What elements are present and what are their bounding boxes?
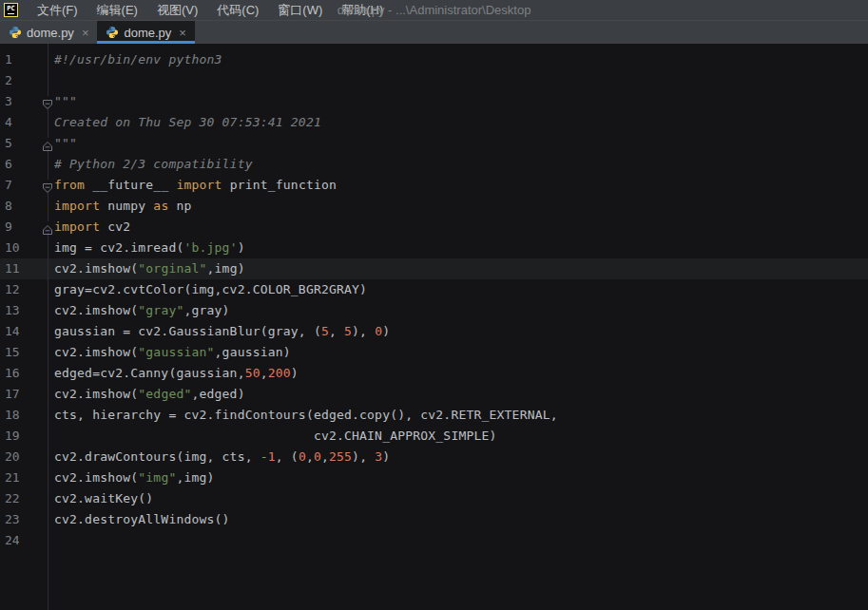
- code-line[interactable]: 6# Python 2/3 compatibility: [0, 154, 868, 175]
- code-text[interactable]: gaussian = cv2.GaussianBlur(gray, (5, 5)…: [48, 321, 868, 342]
- code-text[interactable]: import cv2: [48, 217, 868, 238]
- line-number[interactable]: 3: [0, 91, 48, 112]
- menu-file[interactable]: 文件(F): [28, 0, 87, 20]
- line-number[interactable]: 24: [0, 530, 48, 551]
- line-number[interactable]: 13: [0, 300, 48, 321]
- menu-view[interactable]: 视图(V): [147, 0, 207, 20]
- tab-close-icon[interactable]: ×: [82, 27, 89, 39]
- fold-down-icon[interactable]: [42, 96, 53, 107]
- tab-close-icon[interactable]: ×: [179, 27, 186, 39]
- code-text[interactable]: from __future__ import print_function: [48, 175, 868, 196]
- code-text[interactable]: """: [48, 91, 868, 112]
- code-line[interactable]: 1#!/usr/bin/env python3: [0, 49, 868, 70]
- code-text[interactable]: cv2.destroyAllWindows(): [48, 509, 868, 530]
- code-line[interactable]: 21cv2.imshow("img",img): [0, 467, 868, 488]
- code-token-num: 0: [299, 449, 306, 464]
- line-number[interactable]: 5: [0, 133, 48, 154]
- code-line[interactable]: 3""": [0, 91, 868, 112]
- code-line[interactable]: 13cv2.imshow("gray",gray): [0, 300, 868, 321]
- code-line[interactable]: 12gray=cv2.cvtColor(img,cv2.COLOR_BGR2GR…: [0, 279, 868, 300]
- code-line[interactable]: 7from __future__ import print_function: [0, 175, 868, 196]
- line-number[interactable]: 20: [0, 447, 48, 467]
- code-line[interactable]: 18cts, hierarchy = cv2.findContours(edge…: [0, 405, 868, 426]
- code-line[interactable]: 14gaussian = cv2.GaussianBlur(gray, (5, …: [0, 321, 868, 342]
- code-line[interactable]: 11cv2.imshow("orginal",img): [0, 258, 868, 279]
- code-token-code: gaussian = cv2.GaussianBlur(gray, (: [54, 324, 321, 338]
- code-text[interactable]: cv2.imshow("edged",edged): [48, 384, 868, 405]
- code-token-code: ,: [321, 449, 329, 464]
- code-line[interactable]: 8import numpy as np: [0, 196, 868, 217]
- code-token-num: 0: [375, 324, 382, 338]
- line-number[interactable]: 14: [0, 321, 48, 342]
- line-number[interactable]: 21: [0, 467, 48, 488]
- line-number[interactable]: 16: [0, 363, 48, 384]
- line-number[interactable]: 7: [0, 175, 48, 196]
- code-line[interactable]: 2: [0, 70, 868, 91]
- code-text[interactable]: cv2.imshow("orginal",img): [48, 258, 868, 279]
- code-token-num: 5: [321, 324, 329, 338]
- code-token-code: ,: [306, 449, 314, 464]
- code-token-code: ): [382, 324, 390, 338]
- code-line[interactable]: 15cv2.imshow("gaussian",gaussian): [0, 342, 868, 363]
- code-token-code: , (: [276, 449, 299, 464]
- code-text[interactable]: cv2.drawContours(img, cts, -1, (0,0,255)…: [48, 447, 868, 467]
- line-number[interactable]: 12: [0, 279, 48, 300]
- code-text[interactable]: gray=cv2.cvtColor(img,cv2.COLOR_BGR2GRAY…: [48, 279, 868, 300]
- fold-up-icon[interactable]: [42, 221, 53, 233]
- code-line[interactable]: 24: [0, 530, 868, 551]
- code-text[interactable]: """: [48, 133, 868, 154]
- code-text[interactable]: cv2.imshow("gray",gray): [48, 300, 868, 321]
- line-number[interactable]: 17: [0, 384, 48, 405]
- fold-up-icon[interactable]: [42, 138, 53, 149]
- line-number[interactable]: 9: [0, 217, 48, 238]
- line-number[interactable]: 23: [0, 509, 48, 530]
- code-line[interactable]: 22cv2.waitKey(): [0, 488, 868, 509]
- code-token-cmt: # Python 2/3 compatibility: [54, 157, 253, 171]
- line-number[interactable]: 8: [0, 196, 48, 217]
- line-number[interactable]: 6: [0, 154, 48, 175]
- line-number[interactable]: 2: [0, 70, 48, 91]
- code-text[interactable]: #!/usr/bin/env python3: [48, 49, 868, 70]
- fold-down-icon[interactable]: [42, 180, 53, 191]
- line-number[interactable]: 11: [0, 258, 48, 279]
- pycharm-app-icon[interactable]: PC: [4, 3, 18, 17]
- code-token-doc: """: [54, 94, 77, 108]
- code-text[interactable]: cv2.CHAIN_APPROX_SIMPLE): [48, 426, 868, 447]
- code-text[interactable]: cv2.waitKey(): [48, 488, 868, 509]
- code-line[interactable]: 23cv2.destroyAllWindows(): [0, 509, 868, 530]
- line-number[interactable]: 22: [0, 488, 48, 509]
- code-text[interactable]: edged=cv2.Canny(gaussian,50,200): [48, 363, 868, 384]
- tab-dome-py-1[interactable]: dome.py ×: [0, 21, 97, 44]
- menu-edit[interactable]: 编辑(E): [87, 0, 147, 20]
- code-text[interactable]: # Python 2/3 compatibility: [48, 154, 868, 175]
- menu-window[interactable]: 窗口(W): [268, 0, 332, 20]
- code-line[interactable]: 4Created on Thu Sep 30 07:53:41 2021: [0, 112, 868, 133]
- code-editor[interactable]: 1#!/usr/bin/env python323"""4Created on …: [0, 44, 868, 610]
- line-number[interactable]: 1: [0, 49, 48, 70]
- line-number[interactable]: 15: [0, 342, 48, 363]
- code-line[interactable]: 10img = cv2.imread('b.jpg'): [0, 238, 868, 258]
- code-line[interactable]: 16edged=cv2.Canny(gaussian,50,200): [0, 363, 868, 384]
- code-line[interactable]: 20cv2.drawContours(img, cts, -1, (0,0,25…: [0, 447, 868, 467]
- line-number[interactable]: 10: [0, 238, 48, 258]
- code-token-code: cv2.waitKey(): [54, 491, 153, 505]
- code-text[interactable]: [48, 530, 868, 551]
- code-text[interactable]: Created on Thu Sep 30 07:53:41 2021: [48, 112, 868, 133]
- code-text[interactable]: import numpy as np: [48, 196, 868, 217]
- code-line[interactable]: 19 cv2.CHAIN_APPROX_SIMPLE): [0, 426, 868, 447]
- code-line[interactable]: 5""": [0, 133, 868, 154]
- pycharm-app-icon-underscore: [8, 13, 14, 14]
- code-text[interactable]: img = cv2.imread('b.jpg'): [48, 238, 868, 258]
- line-number[interactable]: 19: [0, 426, 48, 447]
- code-line[interactable]: 17cv2.imshow("edged",edged): [0, 384, 868, 405]
- code-token-code: ,img): [207, 261, 245, 276]
- code-text[interactable]: cts, hierarchy = cv2.findContours(edged.…: [48, 405, 868, 426]
- tab-dome-py-2[interactable]: dome.py ×: [97, 21, 194, 44]
- code-text[interactable]: cv2.imshow("gaussian",gaussian): [48, 342, 868, 363]
- code-text[interactable]: cv2.imshow("img",img): [48, 467, 868, 488]
- line-number[interactable]: 18: [0, 405, 48, 426]
- code-text[interactable]: [48, 70, 868, 91]
- menu-code[interactable]: 代码(C): [207, 0, 268, 20]
- line-number[interactable]: 4: [0, 112, 48, 133]
- code-line[interactable]: 9import cv2: [0, 217, 868, 238]
